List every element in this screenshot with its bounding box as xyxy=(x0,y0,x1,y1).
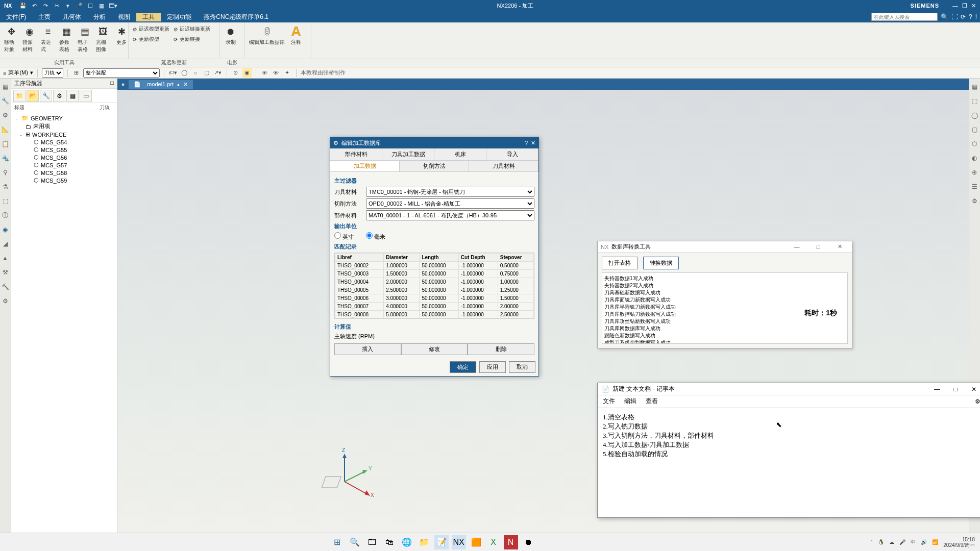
part-material-combo[interactable]: MAT0_00001 - 1 - AL-6061 - 布氏硬度（HB）30-95 xyxy=(366,210,534,220)
tray-vol-icon[interactable]: 🔊 xyxy=(921,539,927,545)
lside-icon-11[interactable]: ◉ xyxy=(0,223,10,236)
tree-item[interactable]: ⬡MCS_G56 xyxy=(12,154,116,161)
task-rec-icon[interactable]: ⏺ xyxy=(521,535,535,549)
close-icon[interactable]: ✕ xyxy=(971,3,976,9)
table-row[interactable]: THSO_000085.00000050.000000-1.0000002.50… xyxy=(335,311,534,319)
tb-icon-10[interactable]: ✦ xyxy=(283,68,292,78)
tab-part-material[interactable]: 部件材料 xyxy=(330,148,382,160)
nav-tb-3[interactable]: 🔧 xyxy=(40,90,52,102)
task-search-icon[interactable]: 🔍 xyxy=(348,535,362,549)
lside-icon-9[interactable]: ⬚ xyxy=(0,195,10,207)
nav-tb-4[interactable]: ⚙ xyxy=(53,90,65,102)
tool-material-combo[interactable]: TMC0_00001 - 钨钢-无涂层 - 铝用铣刀 xyxy=(366,187,534,197)
update-model-button[interactable]: ⟳ 更新模型 xyxy=(133,35,169,44)
menu-yanxiu[interactable]: 燕秀CNC超级程序单6.1 xyxy=(198,13,275,21)
unit-inch-radio[interactable] xyxy=(334,232,341,239)
table-row[interactable]: THSO_000074.00000050.000000-1.0000002.00… xyxy=(335,303,534,311)
cut-icon[interactable]: ✂ xyxy=(53,3,61,9)
notepad-file-menu[interactable]: 文件 xyxy=(603,397,615,406)
table-header[interactable]: Diameter xyxy=(384,254,420,262)
lside-icon-16[interactable]: ⚙ xyxy=(0,295,10,307)
match-table[interactable]: LibrefDiameterLengthCut DepthStepover TH… xyxy=(335,253,534,319)
lside-icon-13[interactable]: ▲ xyxy=(0,252,10,264)
notepad-close-icon[interactable]: ✕ xyxy=(966,386,980,393)
fullscreen-icon[interactable]: ⛶ xyxy=(951,13,958,20)
param-table-button[interactable]: ▦参数表格 xyxy=(59,24,74,53)
insert-button[interactable]: 插入 xyxy=(334,343,401,355)
rside-icon-4[interactable]: ▢ xyxy=(969,123,979,136)
lside-icon-8[interactable]: ⚗ xyxy=(0,181,10,193)
table-row[interactable]: THSO_000021.00000050.000000-1.0000000.50… xyxy=(335,262,534,270)
tree-item[interactable]: -⊞WORKPIECE xyxy=(12,131,116,138)
tab-tool-data[interactable]: 刀具加工数据 xyxy=(382,148,434,160)
convert-data-button[interactable]: 转换数据 xyxy=(643,257,679,269)
dialog-help-icon[interactable]: ? xyxy=(525,140,528,146)
tree-item[interactable]: 🗀未用项 xyxy=(12,122,116,131)
tb-icon-filter[interactable]: 🏷▾ xyxy=(168,68,178,78)
refresh-icon[interactable]: ⟳ xyxy=(961,13,966,20)
tb-icon-3[interactable]: ○ xyxy=(191,68,200,78)
touch-icon[interactable]: ☐ xyxy=(86,3,94,9)
lside-icon-15[interactable]: 🔨 xyxy=(0,281,10,293)
menu-label[interactable]: 菜单(M) xyxy=(8,69,28,77)
rside-icon-6[interactable]: ◐ xyxy=(969,152,979,164)
assign-material-button[interactable]: ◉指派材料 xyxy=(22,24,37,53)
menu-dropdown-icon[interactable]: ≡ xyxy=(3,70,6,76)
lside-icon-2[interactable]: 🔧 xyxy=(0,95,10,107)
apply-button[interactable]: 应用 xyxy=(479,361,506,373)
task-chrome-icon[interactable]: 🌐 xyxy=(400,535,414,549)
undo-icon[interactable]: ↶ xyxy=(30,3,38,9)
tb-icon-9[interactable]: 👁 xyxy=(272,68,281,78)
tb-icon-1[interactable]: ⊞ xyxy=(72,68,81,78)
subtab-tool-material[interactable]: 刀具材料 xyxy=(469,161,538,171)
subtab-cut-method[interactable]: 切削方法 xyxy=(400,161,469,171)
table-row[interactable]: THSO_000031.50000050.000000-1.0000000.75… xyxy=(335,270,534,278)
tray-cloud-icon[interactable]: ☁ xyxy=(889,539,894,545)
taskbar-clock[interactable]: 15:18 2024/9/9/周一 xyxy=(943,537,975,548)
tree-item[interactable]: ⬡MCS_G55 xyxy=(12,146,116,154)
tray-ime-icon[interactable]: 中 xyxy=(911,539,916,546)
tb-icon-8[interactable]: 👁 xyxy=(260,68,270,78)
search-icon[interactable]: 🔍 xyxy=(941,13,948,20)
notepad-max-icon[interactable]: □ xyxy=(948,386,963,393)
nav-tree[interactable]: -📁GEOMETRY🗀未用项-⊞WORKPIECE⬡MCS_G54⬡MCS_G5… xyxy=(11,112,117,533)
nav-tb-1[interactable]: 📁 xyxy=(13,90,26,102)
window-icon[interactable]: 🗔▾ xyxy=(109,3,117,9)
tree-item[interactable]: ⬡MCS_G57 xyxy=(12,161,116,169)
tab-close-icon[interactable]: ✕ xyxy=(183,81,188,88)
subtab-mach-data[interactable]: 加工数据 xyxy=(330,161,400,171)
dbtool-min-icon[interactable]: — xyxy=(788,244,806,250)
menu-geometry[interactable]: 几何体 xyxy=(57,13,87,21)
rside-icon-2[interactable]: ⬚ xyxy=(969,95,979,107)
raster-button[interactable]: 🖼光栅图像 xyxy=(96,24,110,53)
save-icon[interactable]: 💾 xyxy=(19,3,27,9)
tab-import[interactable]: 导入 xyxy=(486,148,538,160)
nav-col-title[interactable]: 标题 xyxy=(11,103,96,112)
tb-icon-7[interactable]: ◉ xyxy=(242,68,252,78)
tray-wifi-icon[interactable]: 📶 xyxy=(932,539,938,545)
toolpath-combo[interactable]: 刀轨 xyxy=(42,68,63,78)
rside-icon-1[interactable]: ▦ xyxy=(969,81,979,93)
rside-icon-5[interactable]: ⬡ xyxy=(969,138,979,150)
file-tab[interactable]: 📄 _model1.prt ⬥ ✕ xyxy=(129,80,193,89)
menu-tools[interactable]: 工具 xyxy=(136,13,161,21)
modify-button[interactable]: 修改 xyxy=(401,343,468,355)
tree-item[interactable]: -📁GEOMETRY xyxy=(12,114,116,122)
expression-button[interactable]: ≡表达式 xyxy=(41,24,55,53)
nav-tb-5[interactable]: ▦ xyxy=(66,90,79,102)
assembly-combo[interactable]: 整个装配 xyxy=(83,68,160,78)
table-header[interactable]: Libref xyxy=(335,254,384,262)
lside-icon-1[interactable]: ▦ xyxy=(0,81,10,93)
cancel-button[interactable]: 取消 xyxy=(509,361,535,373)
menu-analysis[interactable]: 分析 xyxy=(87,13,112,21)
notepad-settings-icon[interactable]: ⚙ xyxy=(975,398,980,405)
table-header[interactable]: Cut Depth xyxy=(458,254,498,262)
table-row[interactable]: THSO_000063.00000050.000000-1.0000001.50… xyxy=(335,294,534,303)
ok-button[interactable]: 确定 xyxy=(450,361,476,373)
start-icon[interactable]: ⊞ xyxy=(330,535,345,549)
task-notepad-icon[interactable]: 📝 xyxy=(434,535,449,549)
tb-icon-5[interactable]: ↗▾ xyxy=(213,68,223,78)
nav-col-path[interactable]: 刀轨 xyxy=(96,103,117,112)
more-button[interactable]: ✱更多 xyxy=(114,24,129,46)
rside-icon-3[interactable]: ◯ xyxy=(969,109,979,121)
